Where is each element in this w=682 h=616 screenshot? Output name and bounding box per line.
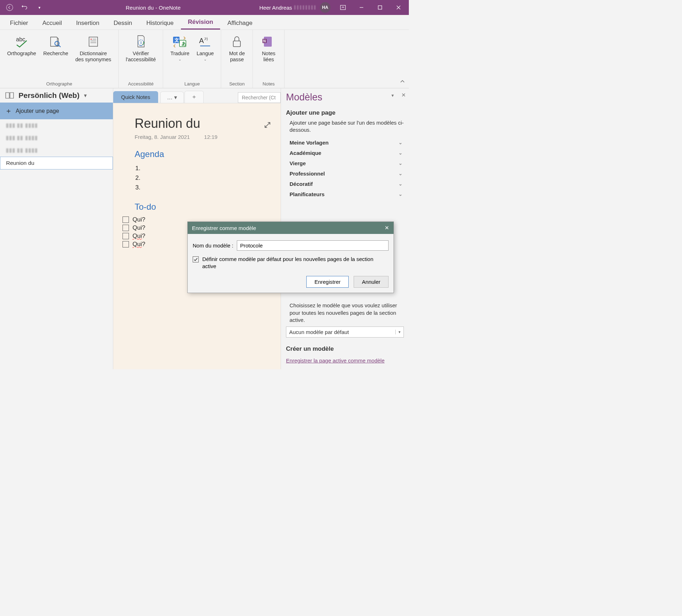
template-category[interactable]: Académique⌄ (286, 148, 404, 158)
ribbon-tab-insertion[interactable]: Insertion (69, 17, 106, 30)
checkbox-icon[interactable] (123, 216, 129, 223)
maximize-button[interactable] (372, 0, 388, 15)
chevron-down-icon: ⌄ (178, 57, 181, 61)
qat-more-button[interactable]: ▾ (32, 0, 47, 15)
templates-create-heading: Créer un modèle (286, 345, 404, 353)
ribbon-tabs: FichierAccueilInsertionDessinHistoriqueR… (0, 15, 409, 30)
language-icon: A가 (197, 34, 214, 49)
template-name-input[interactable] (237, 240, 389, 251)
title-bar: ▾ Reunion du - OneNote Heer Andreas HA (0, 0, 409, 15)
user-avatar[interactable]: HA (320, 2, 330, 13)
chevron-down-icon: ⌄ (204, 57, 207, 61)
ribbon-tab-affichage[interactable]: Affichage (220, 17, 260, 30)
templates-add-page-heading: Ajouter une page (286, 109, 404, 116)
notebook-name: Persönlich (Web) (19, 91, 79, 100)
dialog-close-button[interactable]: ✕ (385, 225, 389, 231)
template-category[interactable]: Professionnel⌄ (286, 168, 404, 179)
ribbon-tab-fichier[interactable]: Fichier (3, 17, 35, 30)
ribbon-password-button[interactable]: Mot depasse (225, 31, 249, 80)
template-name-label: Nom du modèle : (193, 242, 233, 249)
svg-text:文: 文 (174, 37, 179, 43)
ribbon-tab-accueil[interactable]: Accueil (35, 17, 69, 30)
ribbon-language-button[interactable]: A가Langue⌄ (193, 31, 217, 80)
checkbox-icon[interactable] (123, 241, 129, 247)
page-list-item[interactable]: ▮▮▮ ▮▮ ▮▮▮▮ (0, 132, 113, 144)
list-item[interactable]: 3. (135, 183, 259, 192)
page-list: ▮▮▮ ▮▮ ▮▮▮▮▮▮▮ ▮▮ ▮▮▮▮▮▮▮ ▮▮ ▮▮▮▮Reunion… (0, 119, 113, 169)
save-template-dialog: Enregistrer comme modèle ✕ Nom du modèle… (187, 221, 394, 293)
recherche-icon (47, 34, 64, 49)
undo-button[interactable] (17, 0, 32, 15)
pane-options-button[interactable]: ▼ (391, 93, 395, 98)
template-category[interactable]: Meine Vorlagen⌄ (286, 137, 404, 148)
thesaurus-icon (85, 34, 102, 49)
ribbon-group-label: Orthographe (46, 80, 72, 87)
ribbon-mode-button[interactable] (335, 0, 351, 15)
ribbon-group-accessibilité: Vérifierl'accessibilitéAccessibilité (119, 30, 163, 88)
ribbon-group-label: Section (229, 80, 245, 87)
chevron-down-icon: ⌄ (399, 140, 402, 145)
page-sidebar: Persönlich (Web) ▼ ＋ Ajouter une page ▮▮… (0, 88, 113, 369)
svg-rect-1 (340, 5, 345, 10)
notebook-picker[interactable]: Persönlich (Web) ▼ (0, 88, 113, 103)
template-category[interactable]: Décoratif⌄ (286, 179, 404, 189)
template-category[interactable]: Planificateurs⌄ (286, 189, 404, 199)
chevron-down-icon: ⌄ (399, 181, 402, 187)
ribbon-thesaurus-button[interactable]: Dictionnairedes synonymes (72, 31, 115, 80)
ribbon-group-label: Accessibilité (128, 80, 154, 87)
user-name[interactable]: Heer Andreas (259, 5, 292, 11)
ribbon-group-orthographe: abcOrthographeRechercheDictionnairedes s… (0, 30, 119, 88)
default-template-checkbox[interactable]: Définir comme modèle par défaut pour les… (193, 256, 389, 270)
add-page-button[interactable]: ＋ Ajouter une page (0, 103, 113, 119)
save-as-template-link[interactable]: Enregistrer la page active comme modèle (286, 357, 404, 364)
orthographe-icon: abc (13, 34, 30, 49)
ribbon-group-label: Notes (262, 80, 275, 87)
ribbon-group-label: Langue (184, 80, 200, 87)
list-item[interactable]: 2. (135, 173, 259, 183)
page-title[interactable]: Reunion du (135, 116, 259, 131)
add-section-button[interactable]: ＋ (184, 91, 204, 103)
window-title: Reunion du - OneNote (47, 5, 259, 11)
linked-notes-icon: N (260, 34, 277, 49)
search-input[interactable]: Rechercher (Ct (238, 92, 281, 103)
close-window-button[interactable] (390, 0, 407, 15)
ribbon-orthographe-button[interactable]: abcOrthographe (4, 31, 40, 80)
ribbon-accessibility-button[interactable]: Vérifierl'accessibilité (122, 31, 159, 80)
ribbon-tab-révision[interactable]: Révision (181, 16, 220, 30)
ribbon-recherche-button[interactable]: Recherche (40, 31, 72, 80)
agenda-heading[interactable]: Agenda (135, 149, 259, 159)
collapse-ribbon-button[interactable] (398, 77, 407, 86)
chevron-down-icon: ⌄ (399, 171, 402, 176)
ribbon-tab-historique[interactable]: Historique (139, 17, 181, 30)
todo-heading[interactable]: To-do (135, 202, 259, 212)
back-button[interactable] (2, 0, 17, 15)
pane-close-button[interactable]: ✕ (401, 92, 406, 98)
ribbon-tab-dessin[interactable]: Dessin (106, 17, 139, 30)
notebook-icon (5, 92, 15, 99)
template-category[interactable]: Vierge⌄ (286, 158, 404, 168)
section-tab-more[interactable]: … ▾ (160, 92, 184, 103)
dialog-save-button[interactable]: Enregistrer (306, 276, 349, 288)
checkbox-icon[interactable] (123, 233, 129, 239)
fullscreen-icon[interactable] (264, 121, 271, 129)
page-list-item[interactable]: ▮▮▮ ▮▮ ▮▮▮▮ (0, 119, 113, 132)
minimize-button[interactable] (353, 0, 370, 15)
dialog-title-text: Enregistrer comme modèle (192, 225, 256, 231)
page-list-item[interactable]: Reunion du (0, 157, 113, 169)
checkbox-icon[interactable] (123, 225, 129, 231)
default-template-select[interactable]: Aucun modèle par défaut ▾ (286, 327, 404, 338)
section-tab-quicknotes[interactable]: Quick Notes (113, 91, 158, 103)
agenda-list[interactable]: 1.2.3. (135, 163, 259, 193)
svg-rect-21 (233, 41, 240, 47)
section-tabs: Quick Notes … ▾ ＋ Rechercher (Ct (113, 88, 281, 103)
ribbon-linked-notes-button[interactable]: NNotesliées (256, 31, 281, 80)
page-list-item[interactable]: ▮▮▮ ▮▮ ▮▮▮▮ (0, 144, 113, 157)
list-item[interactable]: 1. (135, 163, 259, 173)
ribbon-translate-button[interactable]: 文あTraduire⌄ (167, 31, 193, 80)
svg-rect-9 (89, 37, 98, 46)
templates-add-page-desc: Ajouter une page basée sur l'un des modè… (290, 119, 404, 134)
chevron-down-icon: ▼ (83, 93, 88, 98)
svg-text:abc: abc (16, 36, 25, 42)
svg-line-8 (58, 45, 61, 47)
dialog-cancel-button[interactable]: Annuler (354, 276, 389, 288)
